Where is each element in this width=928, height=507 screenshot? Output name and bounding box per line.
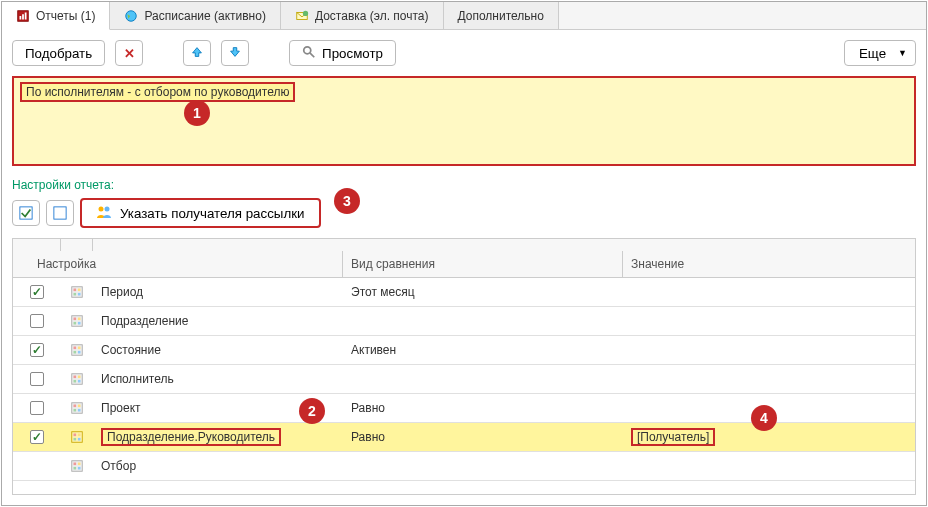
move-up-button[interactable] [183, 40, 211, 66]
svg-rect-20 [78, 318, 81, 321]
row-comparison [343, 317, 623, 325]
row-value [623, 346, 915, 354]
svg-rect-10 [54, 207, 66, 219]
tab-delivery[interactable]: Доставка (эл. почта) [281, 2, 444, 29]
more-button[interactable]: Еще ▼ [844, 40, 916, 66]
callout-2: 2 [299, 398, 325, 424]
chevron-down-icon: ▼ [898, 48, 907, 58]
table-row[interactable]: Исполнитель [13, 365, 915, 394]
svg-rect-17 [78, 293, 81, 296]
select-button-label: Подобрать [25, 46, 92, 61]
move-down-button[interactable] [221, 40, 249, 66]
header-comparison[interactable]: Вид сравнения [343, 251, 623, 277]
svg-rect-32 [78, 380, 81, 383]
setting-icon [70, 401, 84, 415]
svg-rect-22 [78, 322, 81, 325]
svg-rect-18 [72, 316, 83, 327]
header-value[interactable]: Значение [623, 251, 915, 277]
svg-point-12 [105, 206, 110, 211]
row-value [623, 375, 915, 383]
svg-rect-16 [74, 293, 77, 296]
preview-button-label: Просмотр [322, 46, 383, 61]
svg-rect-25 [78, 347, 81, 350]
delete-button[interactable]: ✕ [115, 40, 143, 66]
row-checkbox[interactable] [30, 430, 44, 444]
svg-line-8 [310, 52, 314, 56]
svg-rect-40 [78, 434, 81, 437]
svg-rect-19 [74, 318, 77, 321]
row-checkbox[interactable] [30, 314, 44, 328]
row-checkbox[interactable] [30, 372, 44, 386]
svg-rect-2 [22, 14, 24, 19]
row-checkbox[interactable] [30, 343, 44, 357]
row-comparison [343, 462, 623, 470]
table-row[interactable]: Подразделение [13, 307, 915, 336]
tab-schedule[interactable]: Расписание (активно) [110, 2, 280, 29]
tab-bar: Отчеты (1) Расписание (активно) Доставка… [2, 2, 926, 30]
table-row[interactable]: Состояние Активен [13, 336, 915, 365]
svg-rect-21 [74, 322, 77, 325]
tab-delivery-label: Доставка (эл. почта) [315, 9, 429, 23]
setting-icon [70, 314, 84, 328]
row-checkbox[interactable] [30, 401, 44, 415]
svg-rect-27 [78, 351, 81, 354]
svg-rect-24 [74, 347, 77, 350]
svg-rect-33 [72, 403, 83, 414]
svg-rect-23 [72, 345, 83, 356]
globe-icon [124, 9, 138, 23]
table-row[interactable]: Период Этот месяц [13, 278, 915, 307]
more-button-label: Еще [859, 46, 886, 61]
select-button[interactable]: Подобрать [12, 40, 105, 66]
settings-grid: Настройка Вид сравнения Значение Период … [12, 238, 916, 495]
row-name: Период [93, 281, 343, 303]
grid-header: Настройка Вид сравнения Значение [13, 239, 915, 278]
table-row[interactable]: Проект Равно 2 [13, 394, 915, 423]
tab-additional[interactable]: Дополнительно [444, 2, 559, 29]
svg-point-6 [303, 10, 308, 15]
report-list-panel[interactable]: По исполнителям - с отбором по руководит… [12, 76, 916, 166]
people-icon [96, 204, 112, 223]
svg-rect-29 [74, 376, 77, 379]
delete-icon: ✕ [124, 46, 135, 61]
specify-recipient-button[interactable]: Указать получателя рассылки [80, 198, 321, 228]
svg-rect-36 [74, 409, 77, 412]
svg-rect-13 [72, 287, 83, 298]
envelope-icon [295, 9, 309, 23]
svg-rect-28 [72, 374, 83, 385]
callout-4: 4 [751, 405, 777, 431]
tab-reports[interactable]: Отчеты (1) [2, 2, 110, 30]
uncheck-all-button[interactable] [46, 200, 74, 226]
row-value [623, 317, 915, 325]
arrow-down-icon [228, 45, 242, 62]
row-name: Состояние [93, 339, 343, 361]
svg-rect-26 [74, 351, 77, 354]
table-row[interactable]: Отбор [13, 452, 915, 481]
row-name: Отбор [93, 455, 343, 477]
row-comparison: Этот месяц [343, 281, 623, 303]
table-row-selected[interactable]: Подразделение.Руководитель Равно [Получа… [13, 423, 915, 452]
row-comparison [343, 375, 623, 383]
svg-rect-41 [74, 438, 77, 441]
arrow-up-icon [190, 45, 204, 62]
tab-additional-label: Дополнительно [458, 9, 544, 23]
selected-report-name[interactable]: По исполнителям - с отбором по руководит… [20, 82, 295, 102]
row-value [623, 288, 915, 296]
preview-button[interactable]: Просмотр [289, 40, 396, 66]
setting-icon [70, 285, 84, 299]
svg-rect-38 [72, 432, 83, 443]
setting-icon [70, 372, 84, 386]
svg-rect-30 [78, 376, 81, 379]
svg-rect-45 [78, 463, 81, 466]
callout-3: 3 [334, 188, 360, 214]
row-comparison: Равно [343, 426, 623, 448]
check-all-button[interactable] [12, 200, 40, 226]
tab-schedule-label: Расписание (активно) [144, 9, 265, 23]
row-comparison: Равно [343, 397, 623, 419]
svg-rect-35 [78, 405, 81, 408]
settings-label: Настройки отчета: [12, 178, 114, 192]
svg-point-11 [99, 206, 104, 211]
row-checkbox[interactable] [30, 285, 44, 299]
header-setting[interactable]: Настройка [29, 251, 343, 277]
report-icon [16, 9, 30, 23]
row-comparison: Активен [343, 339, 623, 361]
